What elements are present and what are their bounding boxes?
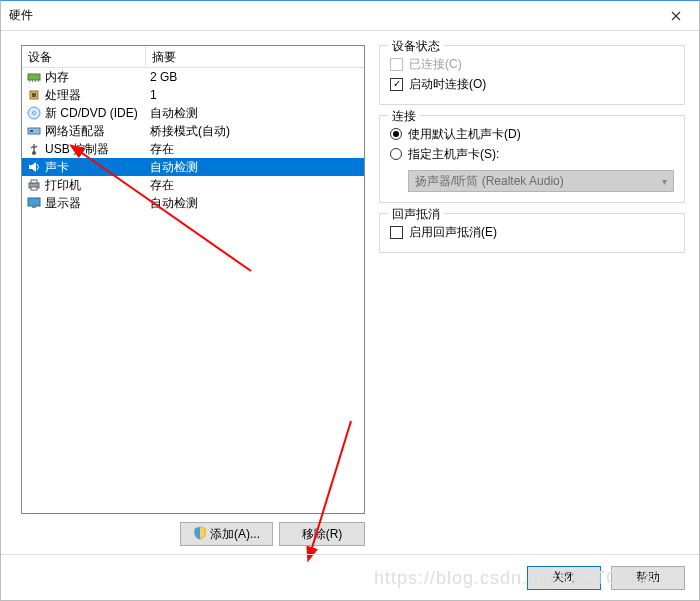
connection-title: 连接 — [388, 108, 420, 125]
column-header-device[interactable]: 设备 — [22, 46, 146, 67]
device-summary: 自动检测 — [146, 195, 364, 212]
right-column: 设备状态 已连接(C) ✓ 启动时连接(O) 连接 使用默认主机声卡(D) — [379, 45, 685, 546]
hardware-dialog: 硬件 设备 摘要 内存2 GB处理器1新 CD/DVD (IDE)自动检测网络适… — [0, 0, 700, 601]
connection-group: 连接 使用默认主机声卡(D) 指定主机声卡(S): 扬声器/听筒 (Realte… — [379, 115, 685, 203]
cpu-icon — [26, 87, 42, 103]
window-title: 硬件 — [9, 7, 33, 24]
svg-rect-4 — [38, 80, 39, 82]
shield-icon — [193, 526, 207, 543]
enable-echo-checkbox[interactable]: 启用回声抵消(E) — [390, 222, 674, 242]
device-row[interactable]: 处理器1 — [22, 86, 364, 104]
close-window-button[interactable] — [653, 1, 699, 31]
svg-rect-16 — [32, 206, 36, 208]
sound-icon — [26, 159, 42, 175]
checkbox-icon — [390, 58, 403, 71]
connected-checkbox: 已连接(C) — [390, 54, 674, 74]
nic-icon — [26, 123, 42, 139]
svg-rect-2 — [32, 80, 33, 82]
connect-at-poweron-label: 启动时连接(O) — [409, 76, 486, 93]
dialog-footer: https://blog.csdn.n@51CTO博客 关闭 帮助 — [1, 554, 699, 600]
device-summary: 自动检测 — [146, 159, 364, 176]
cd-icon — [26, 105, 42, 121]
svg-rect-10 — [30, 130, 33, 132]
device-row[interactable]: 打印机存在 — [22, 176, 364, 194]
sound-card-combo: 扬声器/听筒 (Realtek Audio) ▾ — [408, 170, 674, 192]
device-name: 内存 — [45, 69, 69, 86]
echo-group: 回声抵消 启用回声抵消(E) — [379, 213, 685, 253]
display-icon — [26, 195, 42, 211]
close-button[interactable]: 关闭 — [527, 566, 601, 590]
combo-value: 扬声器/听筒 (Realtek Audio) — [415, 173, 564, 190]
echo-title: 回声抵消 — [388, 206, 444, 223]
device-row[interactable]: 显示器自动检测 — [22, 194, 364, 212]
device-name: USB 控制器 — [45, 141, 109, 158]
device-name: 显示器 — [45, 195, 81, 212]
radio-icon — [390, 148, 402, 160]
column-header-summary[interactable]: 摘要 — [146, 46, 364, 67]
device-name: 处理器 — [45, 87, 81, 104]
device-name: 声卡 — [45, 159, 69, 176]
device-row[interactable]: 网络适配器桥接模式(自动) — [22, 122, 364, 140]
radio-icon — [390, 128, 402, 140]
device-name: 打印机 — [45, 177, 81, 194]
memory-icon — [26, 69, 42, 85]
device-row[interactable]: 声卡自动检测 — [22, 158, 364, 176]
svg-rect-9 — [28, 128, 40, 134]
device-row[interactable]: 内存2 GB — [22, 68, 364, 86]
remove-button[interactable]: 移除(R) — [279, 522, 365, 546]
device-summary: 存在 — [146, 141, 364, 158]
printer-icon — [26, 177, 42, 193]
svg-rect-0 — [28, 74, 40, 80]
checkbox-icon — [390, 226, 403, 239]
specify-radio[interactable]: 指定主机声卡(S): — [390, 144, 674, 164]
device-summary: 桥接模式(自动) — [146, 123, 364, 140]
device-name: 新 CD/DVD (IDE) — [45, 105, 138, 122]
use-default-radio[interactable]: 使用默认主机声卡(D) — [390, 124, 674, 144]
device-row[interactable]: USB 控制器存在 — [22, 140, 364, 158]
left-column: 设备 摘要 内存2 GB处理器1新 CD/DVD (IDE)自动检测网络适配器桥… — [21, 45, 365, 546]
add-button[interactable]: 添加(A)... — [180, 522, 273, 546]
svg-rect-6 — [32, 93, 36, 97]
svg-rect-1 — [29, 80, 30, 82]
chevron-down-icon: ▾ — [662, 176, 667, 187]
device-status-title: 设备状态 — [388, 38, 444, 55]
use-default-label: 使用默认主机声卡(D) — [408, 126, 521, 143]
usb-icon — [26, 141, 42, 157]
svg-rect-3 — [35, 80, 36, 82]
svg-point-8 — [33, 112, 36, 115]
dialog-body: 设备 摘要 内存2 GB处理器1新 CD/DVD (IDE)自动检测网络适配器桥… — [1, 31, 699, 554]
remove-button-label: 移除(R) — [302, 526, 343, 543]
svg-rect-14 — [31, 187, 37, 190]
checkbox-icon: ✓ — [390, 78, 403, 91]
device-list[interactable]: 设备 摘要 内存2 GB处理器1新 CD/DVD (IDE)自动检测网络适配器桥… — [21, 45, 365, 514]
connected-label: 已连接(C) — [409, 56, 462, 73]
specify-label: 指定主机声卡(S): — [408, 146, 499, 163]
add-button-label: 添加(A)... — [210, 526, 260, 543]
list-header: 设备 摘要 — [22, 46, 364, 68]
device-summary: 自动检测 — [146, 105, 364, 122]
svg-rect-13 — [31, 180, 37, 183]
enable-echo-label: 启用回声抵消(E) — [409, 224, 497, 241]
help-button[interactable]: 帮助 — [611, 566, 685, 590]
device-summary: 1 — [146, 88, 364, 102]
close-icon — [671, 11, 681, 21]
left-buttons: 添加(A)... 移除(R) — [21, 514, 365, 546]
device-summary: 2 GB — [146, 70, 364, 84]
device-row[interactable]: 新 CD/DVD (IDE)自动检测 — [22, 104, 364, 122]
device-summary: 存在 — [146, 177, 364, 194]
connect-at-poweron-checkbox[interactable]: ✓ 启动时连接(O) — [390, 74, 674, 94]
titlebar: 硬件 — [1, 1, 699, 31]
svg-rect-15 — [28, 198, 40, 206]
device-name: 网络适配器 — [45, 123, 105, 140]
device-status-group: 设备状态 已连接(C) ✓ 启动时连接(O) — [379, 45, 685, 105]
